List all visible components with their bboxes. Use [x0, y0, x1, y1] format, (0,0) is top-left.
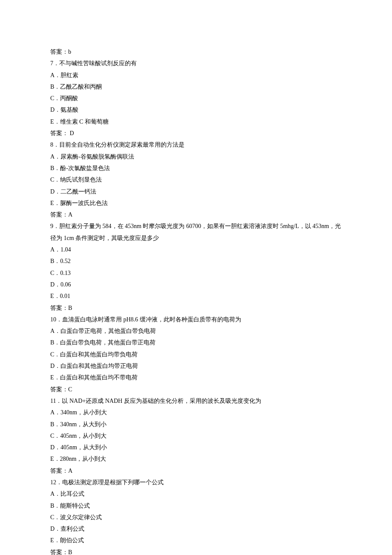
text-line: E．280nm，从小到大 [50, 453, 342, 465]
text-line: A．白蛋白带正电荷，其他蛋白带负电荷 [50, 325, 342, 337]
text-line: B．白蛋白带负电荷，其他蛋白带正电荷 [50, 337, 342, 348]
text-line: 11．以 NAD+还原成 NADH 反应为基础的生化分析，采用的波长及吸光度变化… [50, 395, 342, 407]
text-line: 7．不与碱性苦味酸试剂反应的有 [50, 58, 342, 69]
document-body: 答案：b7．不与碱性苦味酸试剂反应的有A．胆红素B．乙酰乙酸和丙酮C．丙酮酸D．… [50, 46, 342, 555]
text-line: D．白蛋白和其他蛋白均带正电荷 [50, 360, 342, 372]
text-line: C．丙酮酸 [50, 92, 342, 104]
text-line: C．白蛋白和其他蛋白均带负电荷 [50, 349, 342, 360]
text-line: E．朗伯公式 [50, 535, 342, 546]
text-line: A．胆红素 [50, 69, 342, 81]
text-line: 答案：b [50, 46, 342, 58]
text-line: D．405nm，从大到小 [50, 442, 342, 453]
text-line: B．340nm，从大到小 [50, 419, 342, 430]
text-line: 答案： D [50, 127, 342, 139]
text-line: A．340nm，从小到大 [50, 407, 342, 418]
text-line: B．能斯特公式 [50, 500, 342, 512]
text-line: 答案：C [50, 384, 342, 395]
document-page: 答案：b7．不与碱性苦味酸试剂反应的有A．胆红素B．乙酰乙酸和丙酮C．丙酮酸D．… [0, 0, 392, 555]
text-line: B．0.52 [50, 255, 342, 267]
text-line: 答案：A [50, 209, 342, 220]
text-line: 12．电极法测定原理是根据下列哪一个公式 [50, 477, 342, 488]
text-line: 9．胆红素分子量为 584，在 453nm 时摩尔吸光度为 60700，如果有一… [50, 220, 342, 244]
text-line: 答案：A [50, 465, 342, 477]
text-line: A．尿素酶-谷氨酸脱氢酶偶联法 [50, 151, 342, 162]
text-line: E．脲酶一波氏比色法 [50, 197, 342, 209]
text-line: 答案：B [50, 546, 342, 555]
text-line: C．405nm，从小到大 [50, 430, 342, 442]
text-line: 答案：B [50, 302, 342, 314]
text-line: D．0.06 [50, 279, 342, 290]
text-line: A．1.04 [50, 244, 342, 255]
text-line: E．白蛋白和其他蛋白均不带电荷 [50, 372, 342, 383]
text-line: 10．血清蛋白电泳时通常用 pH8.6 缓冲液，此时各种蛋白质带有的电荷为 [50, 314, 342, 325]
text-line: C．纳氏试剂显色法 [50, 174, 342, 185]
text-line: A．比耳公式 [50, 488, 342, 500]
text-line: C．波义尔定律公式 [50, 512, 342, 523]
text-line: B．乙酰乙酸和丙酮 [50, 81, 342, 92]
text-line: D．氨基酸 [50, 104, 342, 116]
text-line: 8．目前全自动生化分析仪测定尿素最常用的方法是 [50, 139, 342, 150]
text-line: B．酚-次氯酸盐显色法 [50, 162, 342, 174]
text-line: D．二乙酰一钙法 [50, 186, 342, 197]
text-line: E．0.01 [50, 290, 342, 302]
text-line: E．维生素 C 和葡萄糖 [50, 116, 342, 127]
text-line: C．0.13 [50, 267, 342, 279]
text-line: D．查利公式 [50, 523, 342, 535]
